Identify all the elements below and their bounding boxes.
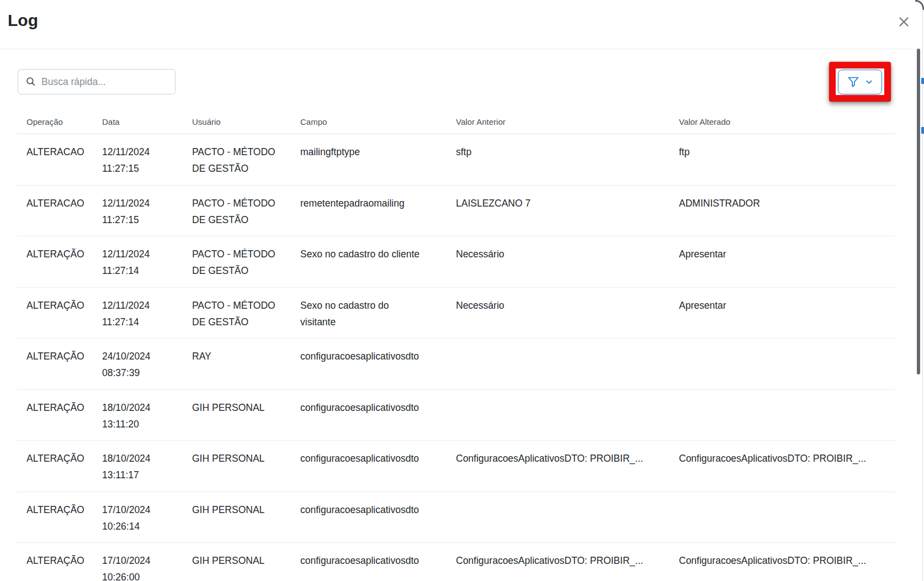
log-time: 10:26:14 (102, 518, 184, 535)
log-time: 11:27:15 (102, 160, 184, 177)
cell-valor-alterado: Apresentar (679, 246, 895, 262)
cell-data: 18/10/2024 13:11:17 (102, 450, 192, 483)
cell-usuario: PACTO - MÉTODO DE GESTÃO (192, 195, 300, 228)
table-row: ALTERAÇÃO 18/10/2024 13:11:20 GIH PERSON… (17, 390, 895, 441)
log-date: 12/11/2024 (102, 144, 184, 160)
log-date: 12/11/2024 (102, 195, 184, 212)
column-header-usuario: Usuário (192, 117, 300, 126)
cell-data: 17/10/2024 10:26:14 (102, 501, 192, 535)
column-header-valor-alterado: Valor Alterado (679, 117, 895, 126)
log-time: 13:11:17 (102, 467, 184, 483)
column-header-campo: Campo (300, 117, 456, 126)
table-header-row: Operação Data Usuário Campo Valor Anteri… (17, 105, 895, 134)
cell-operacao: ALTERACAO (26, 144, 102, 160)
cell-valor-anterior: Necessário (456, 246, 679, 262)
log-date: 17/10/2024 (102, 552, 184, 569)
cell-operacao: ALTERAÇÃO (26, 348, 102, 365)
table-row: ALTERACAO 12/11/2024 11:27:15 PACTO - MÉ… (17, 134, 895, 186)
cell-operacao: ALTERAÇÃO (26, 501, 102, 518)
log-date: 12/11/2024 (102, 246, 184, 262)
filter-button[interactable] (838, 70, 882, 94)
title-divider (0, 49, 913, 49)
column-header-valor-anterior: Valor Anterior (456, 117, 679, 126)
search-icon (25, 76, 36, 87)
vertical-scrollbar-thumb[interactable] (917, 49, 920, 374)
search-input[interactable] (18, 69, 176, 94)
cell-usuario: PACTO - MÉTODO DE GESTÃO (192, 246, 300, 279)
log-time: 11:27:14 (102, 262, 184, 279)
cell-usuario: RAY (192, 348, 300, 365)
log-time: 11:27:15 (102, 212, 184, 228)
cell-data: 18/10/2024 13:11:20 (102, 399, 192, 432)
table-row: ALTERACAO 12/11/2024 11:27:15 PACTO - MÉ… (17, 186, 895, 237)
cell-campo: configuracoesaplicativosdto (300, 501, 456, 518)
filter-funnel-icon (847, 75, 860, 88)
cell-operacao: ALTERAÇÃO (26, 399, 102, 416)
cell-operacao: ALTERACAO (26, 195, 102, 212)
underlying-page-fragment (921, 78, 924, 84)
log-time: 13:11:20 (102, 416, 184, 432)
table-row: ALTERAÇÃO 12/11/2024 11:27:14 PACTO - MÉ… (17, 288, 895, 339)
cell-campo: Sexo no cadastro do cliente (300, 246, 456, 262)
cell-operacao: ALTERAÇÃO (26, 552, 102, 569)
cell-valor-alterado: ftp (679, 144, 895, 160)
cell-valor-alterado: ADMINISTRADOR (679, 195, 895, 212)
log-time: 11:27:14 (102, 314, 184, 330)
cell-data: 12/11/2024 11:27:15 (102, 144, 192, 177)
cell-valor-alterado: Apresentar (679, 297, 895, 314)
table-row: ALTERAÇÃO 18/10/2024 13:11:17 GIH PERSON… (17, 441, 895, 492)
red-annotation-highlight (829, 62, 891, 102)
cell-campo: configuracoesaplicativosdto (300, 348, 456, 365)
cell-data: 12/11/2024 11:27:14 (102, 246, 192, 279)
log-date: 18/10/2024 (102, 399, 184, 416)
cell-usuario: GIH PERSONAL (192, 399, 300, 416)
table-row: ALTERAÇÃO 17/10/2024 10:26:00 GIH PERSON… (17, 543, 895, 581)
cell-valor-anterior: Necessário (456, 297, 679, 314)
cell-valor-anterior: ConfiguracoesAplicativosDTO: PROIBIR_... (456, 450, 679, 467)
cell-valor-alterado: ConfiguracoesAplicativosDTO: PROIBIR_... (679, 450, 895, 467)
cell-campo: remetentepadraomailing (300, 195, 456, 212)
log-time: 10:26:00 (102, 569, 184, 581)
page-title: Log (8, 11, 38, 30)
cell-data: 12/11/2024 11:27:14 (102, 297, 192, 330)
cell-usuario: PACTO - MÉTODO DE GESTÃO (192, 297, 300, 330)
cell-campo: configuracoesaplicativosdto (300, 399, 456, 416)
cell-usuario: GIH PERSONAL (192, 450, 300, 467)
log-date: 12/11/2024 (102, 297, 184, 314)
cell-operacao: ALTERAÇÃO (26, 450, 102, 467)
cell-valor-anterior: sftp (456, 144, 679, 160)
log-time: 08:37:39 (102, 365, 184, 381)
table-row: ALTERAÇÃO 17/10/2024 10:26:14 GIH PERSON… (17, 492, 895, 543)
log-date: 24/10/2024 (102, 348, 184, 365)
cell-usuario: PACTO - MÉTODO DE GESTÃO (192, 144, 300, 177)
table-row: ALTERAÇÃO 24/10/2024 08:37:39 RAY config… (17, 339, 895, 390)
column-header-operacao: Operação (26, 117, 102, 126)
log-table: Operação Data Usuário Campo Valor Anteri… (17, 105, 895, 581)
log-date: 17/10/2024 (102, 501, 184, 518)
cell-campo: configuracoesaplicativosdto (300, 552, 456, 569)
cell-valor-anterior: ConfiguracoesAplicativosDTO: PROIBIR_... (456, 552, 679, 569)
underlying-page-fragment (921, 127, 924, 134)
close-button[interactable] (895, 14, 912, 31)
table-body: ALTERACAO 12/11/2024 11:27:15 PACTO - MÉ… (17, 134, 895, 581)
cell-campo: mailingftptype (300, 144, 456, 160)
cell-valor-alterado: ConfiguracoesAplicativosDTO: PROIBIR_... (679, 552, 895, 569)
close-icon (898, 16, 910, 29)
cell-campo: Sexo no cadastro do visitante (300, 297, 456, 330)
search-field-wrapper (18, 69, 176, 94)
cell-campo: configuracoesaplicativosdto (300, 450, 456, 467)
window-edge (922, 9, 923, 581)
cell-data: 17/10/2024 10:26:00 (102, 552, 192, 581)
cell-operacao: ALTERAÇÃO (26, 246, 102, 262)
chevron-down-icon (865, 78, 873, 86)
cell-usuario: GIH PERSONAL (192, 501, 300, 518)
cell-valor-anterior: LAISLEZCANO 7 (456, 195, 679, 212)
cell-data: 24/10/2024 08:37:39 (102, 348, 192, 381)
column-header-data: Data (102, 117, 192, 126)
log-date: 18/10/2024 (102, 450, 184, 467)
cell-operacao: ALTERAÇÃO (26, 297, 102, 314)
cell-usuario: GIH PERSONAL (192, 552, 300, 569)
table-row: ALTERAÇÃO 12/11/2024 11:27:14 PACTO - MÉ… (17, 236, 895, 288)
cell-data: 12/11/2024 11:27:15 (102, 195, 192, 228)
